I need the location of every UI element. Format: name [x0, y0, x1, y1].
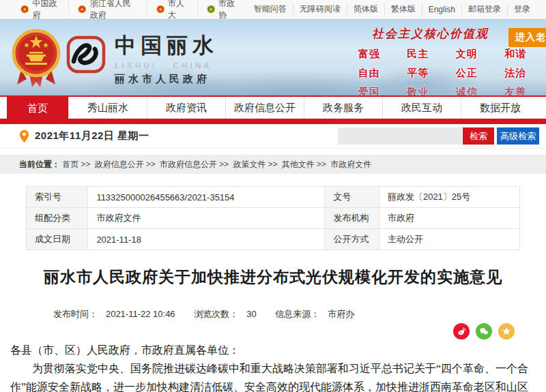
document-content: 索引号 113325000026455663/2021-35154 文号 丽政发…	[0, 174, 546, 392]
meta-value: 市政府	[379, 208, 519, 229]
gov-link-label: 中国政府	[32, 0, 59, 21]
nav-item-gov-news[interactable]: 政府资讯	[147, 97, 225, 119]
wechat-share-icon[interactable]	[476, 323, 492, 340]
link-city-congress[interactable]: 市人大	[147, 0, 198, 21]
nav-item-xiushan-lishui[interactable]: 秀山丽水	[68, 97, 147, 119]
site-banner: 中国丽水 LISHUI · CHINA 丽水市人民政府 社会主义核心价值观 进入…	[0, 19, 546, 95]
cppcc-emblem-icon	[207, 4, 215, 14]
site-subtitle: 丽水市人民政府	[115, 73, 218, 86]
date-search-bar: 2021年11月22日 星期一 检索 高级检索	[0, 124, 546, 149]
link-city-cppcc[interactable]: 市政协	[198, 0, 248, 21]
top-utility-bar: 中国政府 浙江省人民政府 市人大 市政协 智能问答 无障碍阅读 简体版 繁体版 …	[0, 0, 546, 19]
nav-item-home[interactable]: 首页	[7, 97, 68, 124]
qzone-share-icon[interactable]	[498, 323, 515, 340]
article-salutation: 各县（市、区）人民政府，市政府直属各单位：	[10, 341, 536, 359]
national-emblem	[12, 27, 61, 89]
breadcrumb-separator: >>	[219, 160, 229, 169]
breadcrumb-item-info-disclosure[interactable]: 政府信息公开	[95, 160, 144, 169]
table-row: 索引号 113325000026455663/2021-35154 文号 丽政发…	[27, 187, 520, 208]
search-input[interactable]	[338, 127, 462, 145]
meta-label: 文号	[325, 187, 379, 208]
weibo-share-icon[interactable]	[453, 323, 470, 340]
main-nav: 首页 秀山丽水 政府资讯 政府信息公开 政务服务 政民互动 数据开放	[0, 95, 546, 124]
national-emblem-icon	[78, 4, 86, 14]
meta-value: 市政府文件	[88, 208, 325, 229]
source-label: 信息来源：	[275, 309, 319, 319]
site-name: 中国丽水	[115, 31, 218, 60]
core-value: 法治	[491, 67, 541, 80]
source-value: 市府办	[328, 309, 354, 319]
link-smart-qa[interactable]: 智能问答	[248, 3, 293, 15]
meta-label: 公开方式	[325, 229, 379, 250]
views-count: 30	[246, 309, 256, 319]
core-value: 公正	[442, 67, 491, 80]
national-emblem-icon	[20, 4, 29, 14]
current-date: 2021年11月22日 星期一	[35, 130, 149, 142]
meta-value: 2021-11-18	[88, 229, 325, 250]
views-label: 浏览次数：	[194, 309, 238, 319]
publish-time: 2021-11-22 10:46	[106, 309, 175, 319]
breadcrumb-item-policy-files[interactable]: 政策文件	[233, 160, 265, 169]
core-values-title: 社会主义核心价值观	[372, 26, 508, 42]
publish-time-label: 发布时间：	[53, 309, 98, 319]
breadcrumb-item-other-files[interactable]: 其他文件	[282, 160, 315, 169]
location-pin-icon	[19, 130, 29, 143]
core-value: 自由	[345, 67, 394, 80]
gov-link-label: 浙江省人民政府	[90, 0, 138, 21]
table-row: 成文日期 2021-11-18 公开方式 主动公开	[27, 229, 520, 250]
lishui-logo	[66, 34, 106, 75]
breadcrumb-item-home[interactable]: 首页	[62, 160, 78, 169]
breadcrumb-separator: >>	[146, 160, 156, 169]
nav-item-info-disclosure[interactable]: 政府信息公开	[225, 97, 304, 119]
core-value: 爱国	[345, 86, 394, 95]
core-values-grid: 富强 民主 文明 和谐 自由 平等 公正 法治 爱国 敬业 诚信 友善	[345, 48, 540, 95]
article-paragraph: 为贯彻落实党中央、国务院推进碳达峰碳中和重大战略决策部署和习近平总书记关于“四个…	[10, 359, 536, 392]
link-simplified[interactable]: 简体版	[347, 3, 385, 15]
link-english[interactable]: English	[422, 5, 462, 14]
article-body: 各县（市、区）人民政府，市政府直属各单位： 为贯彻落实党中央、国务院推进碳达峰碳…	[10, 341, 536, 392]
meta-value: 丽政发〔2021〕25号	[379, 187, 519, 208]
advanced-search-button[interactable]: 高级检索	[497, 127, 539, 145]
meta-value: 113325000026455663/2021-35154	[88, 187, 325, 208]
share-bar	[26, 323, 520, 340]
site-name-en: LISHUI · CHINA	[115, 61, 218, 70]
breadcrumb-separator: >>	[317, 160, 326, 169]
nav-item-gov-services[interactable]: 政务服务	[304, 97, 382, 119]
breadcrumb-item-city-gov-files[interactable]: 市政府文件	[330, 160, 371, 169]
nav-item-interaction[interactable]: 政民互动	[382, 97, 461, 119]
core-value: 和谐	[491, 48, 541, 61]
nav-item-open-data[interactable]: 数据开放	[461, 97, 539, 119]
link-mail-login[interactable]: 邮箱登录	[462, 3, 508, 15]
breadcrumb-separator: >>	[81, 160, 90, 169]
link-traditional[interactable]: 繁体版	[385, 3, 422, 15]
breadcrumb-label: 当前位置：	[19, 160, 60, 169]
link-login[interactable]: 登录	[508, 3, 536, 15]
publish-meta: 发布时间：2021-11-22 10:46 浏览次数：30 信息来源：市府办	[26, 308, 382, 320]
link-accessibility[interactable]: 无障碍阅读	[293, 3, 347, 15]
site-identity: 中国丽水 LISHUI · CHINA 丽水市人民政府	[115, 31, 218, 86]
breadcrumb-item-city-info-disclosure[interactable]: 市政府信息公开	[160, 160, 217, 169]
nav-red-strip	[0, 119, 546, 124]
elderly-mode-button[interactable]: 进入老	[508, 28, 546, 47]
core-value: 文明	[442, 48, 491, 61]
core-value: 平等	[394, 67, 443, 80]
search-box: 检索 高级检索	[338, 127, 539, 145]
gov-links: 中国政府 浙江省人民政府 市人大 市政协	[20, 0, 248, 21]
utility-links: 智能问答 无障碍阅读 简体版 繁体版 English 邮箱登录 登录	[248, 3, 536, 15]
link-china-gov[interactable]: 中国政府	[20, 0, 69, 21]
meta-label: 索引号	[27, 187, 88, 208]
national-emblem-icon	[156, 4, 164, 14]
meta-label: 成文日期	[27, 229, 88, 250]
breadcrumb-separator: >>	[268, 160, 277, 169]
core-value: 富强	[345, 48, 394, 61]
meta-label: 组配分类	[27, 208, 88, 229]
core-value: 敬业	[394, 86, 443, 95]
search-button[interactable]: 检索	[463, 127, 494, 145]
core-value: 诚信	[442, 86, 491, 95]
table-row: 组配分类 市政府文件 发布机构 市政府	[27, 208, 520, 229]
core-value: 友善	[491, 86, 541, 95]
core-value: 民主	[394, 48, 443, 61]
gov-link-label: 市政协	[218, 0, 239, 21]
page-title: 丽水市人民政府关于加快推进分布式光伏规模化开发的实施意见	[26, 267, 520, 288]
link-zhejiang-gov[interactable]: 浙江省人民政府	[69, 0, 147, 21]
